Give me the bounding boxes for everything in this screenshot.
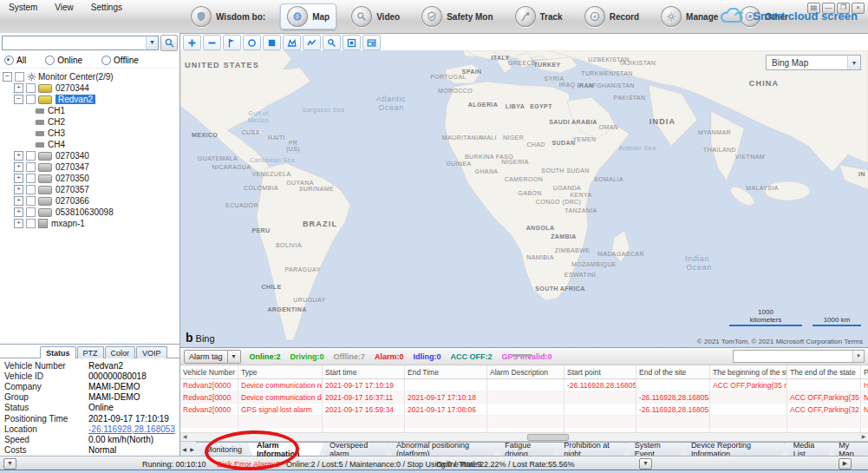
radio-offline[interactable] [101, 56, 111, 65]
tab-device-reporting-information[interactable]: Device Reporting Information [682, 442, 788, 457]
tree-checkbox[interactable] [15, 72, 24, 82]
tree-checkbox[interactable] [26, 185, 36, 194]
tab-alarm-information[interactable]: Alarm Information [247, 442, 324, 457]
table-row[interactable]: Redvan2[0000GPS signal lost alarm2021-09… [180, 404, 868, 416]
collapse-icon[interactable]: − [3, 72, 12, 82]
tree-row[interactable]: CH1 [0, 105, 179, 116]
column-header-the-beginning-of-the-state[interactable]: The beginning of the state [710, 365, 787, 378]
toolbar-button-wisdom-bo[interactable]: Wisdom bo: [184, 3, 272, 30]
tree-checkbox[interactable] [26, 151, 36, 161]
tree-row[interactable]: +0270347 [0, 161, 179, 173]
splitter-handle[interactable] [512, 354, 532, 357]
expand-icon[interactable]: + [14, 185, 23, 194]
flag-tool-button[interactable] [223, 35, 241, 50]
column-header-end-time[interactable]: End Time [405, 365, 487, 378]
tab-abnormal-positioning-platform[interactable]: Abnormal positioning (platform) [387, 442, 499, 457]
chevron-down-icon[interactable]: ▼ [146, 36, 158, 49]
filter-offline[interactable]: Offline [101, 56, 139, 65]
alarm-tag-button[interactable]: Alarm tag [184, 350, 228, 364]
tab-overspeed-alarm[interactable]: Overspeed alarm [320, 442, 391, 457]
tree-row[interactable]: +0270357 [0, 184, 179, 195]
polygon-tool-button[interactable] [283, 35, 301, 50]
expand-icon[interactable]: + [14, 174, 23, 183]
filter-online[interactable]: Online [45, 56, 82, 65]
tab-media-list[interactable]: Media List [784, 442, 834, 457]
column-header-type[interactable]: Type [238, 365, 323, 378]
rect-tool-button[interactable] [263, 35, 281, 50]
toolbar-button-manage[interactable]: Manage [654, 3, 725, 30]
tree-row[interactable]: CH4 [0, 139, 179, 150]
table-row[interactable]: Redvan2[0000Device communication recover… [180, 379, 868, 391]
tab-monitoring[interactable]: Monitoring [196, 442, 251, 457]
column-header-alarm-description[interactable]: Alarm Description [487, 365, 565, 378]
expand-icon[interactable]: + [14, 83, 23, 93]
radio-all[interactable] [4, 56, 14, 65]
tree-checkbox[interactable] [26, 95, 36, 104]
column-header-end-of-the-site[interactable]: End of the site [636, 365, 710, 378]
tab-voip[interactable]: VOIP [136, 346, 167, 358]
alarm-tag-dropdown[interactable]: ▼ [228, 350, 241, 364]
radio-online[interactable] [45, 56, 55, 65]
tab-system-event[interactable]: System Event [625, 442, 686, 457]
tab-ptz[interactable]: PTZ [77, 346, 104, 358]
column-header-start-point[interactable]: Start point [565, 365, 636, 378]
expand-icon[interactable]: + [14, 196, 23, 206]
expand-icon[interactable]: + [14, 207, 23, 217]
column-header-start-time[interactable]: Start time [323, 365, 405, 378]
toolbar-button-video[interactable]: Video [344, 3, 407, 30]
tab-scroll-left-icon[interactable]: ◀ [180, 442, 188, 457]
tree-row[interactable]: CH3 [0, 128, 179, 139]
toolbar-button-safety-mon[interactable]: Safety Mon [414, 3, 499, 30]
menu-settings[interactable]: Settings [89, 2, 124, 13]
search-button[interactable] [160, 35, 178, 51]
toolbar-button-track[interactable]: Track [508, 3, 570, 30]
statusbar-dropdown-button[interactable]: ▼ [639, 458, 652, 470]
statusbar-expand-button[interactable]: ▶ [839, 458, 852, 470]
zoom-out-button[interactable] [203, 35, 221, 50]
tree-row[interactable]: +053810630098 [0, 207, 179, 218]
column-header-processing-state[interactable]: Processing State [861, 365, 868, 378]
tab-color[interactable]: Color [105, 346, 136, 358]
tab-my-map[interactable]: My Map [829, 442, 868, 457]
zoom-box-tool-button[interactable] [323, 35, 341, 50]
tab-prohibition-at-night[interactable]: Prohibition at night [554, 442, 630, 457]
toolbar-button-record[interactable]: Record [578, 3, 646, 30]
collapse-icon[interactable]: − [14, 95, 23, 104]
tab-status[interactable]: Status [40, 346, 76, 358]
menu-system[interactable]: System [7, 2, 39, 13]
tree-row[interactable]: +mxapn-1 [0, 218, 179, 229]
collapse-panel-button[interactable]: ▼ [3, 458, 16, 470]
tree-row[interactable]: +0270340 [0, 150, 179, 161]
zoom-in-button[interactable] [183, 35, 201, 50]
tree-row[interactable]: −Monitor Center(2/9) [0, 71, 179, 82]
expand-icon[interactable]: + [14, 162, 23, 172]
tab-scroll-right-icon[interactable]: ▶ [188, 442, 196, 457]
map-provider-select[interactable]: Bing Map ▼ [766, 55, 861, 70]
tree-checkbox[interactable] [26, 162, 36, 172]
circle-tool-button[interactable] [243, 35, 261, 50]
full-extent-tool-button[interactable] [343, 35, 361, 50]
save-view-tool-button[interactable] [362, 35, 381, 50]
info-value-link[interactable]: -26.116928,28.168053 [88, 424, 175, 434]
scroll-left-icon[interactable]: ◀ [180, 433, 189, 440]
horizontal-scrollbar[interactable]: ◀ ▶ [180, 432, 868, 441]
polyline-tool-button[interactable] [303, 35, 321, 50]
tree-row[interactable]: +0270366 [0, 195, 179, 207]
tree-row[interactable]: −Redvan2 [0, 94, 179, 105]
scroll-right-icon[interactable]: ▶ [859, 433, 868, 440]
filter-all[interactable]: All [4, 56, 26, 65]
tab-fatigue-driving[interactable]: Fatigue driving [495, 442, 558, 457]
table-row[interactable]: Redvan2[0000Device communication disconn… [180, 391, 868, 404]
tree-checkbox[interactable] [26, 174, 36, 183]
expand-icon[interactable]: + [14, 151, 23, 161]
vehicle-search-input[interactable]: ▼ [2, 36, 159, 50]
menu-view[interactable]: View [53, 2, 75, 13]
tree-checkbox[interactable] [26, 83, 36, 93]
column-header-the-end-of-the-state[interactable]: The end of the state [787, 365, 861, 378]
tree-checkbox[interactable] [26, 196, 36, 206]
tree-checkbox[interactable] [26, 207, 36, 217]
world-map[interactable]: UNITED STATESGulf ofMexicoSargasso SeaAt… [180, 50, 868, 347]
tree-checkbox[interactable] [26, 219, 36, 228]
scrollbar-thumb[interactable] [527, 434, 569, 441]
tree-row[interactable]: +0270350 [0, 173, 179, 184]
